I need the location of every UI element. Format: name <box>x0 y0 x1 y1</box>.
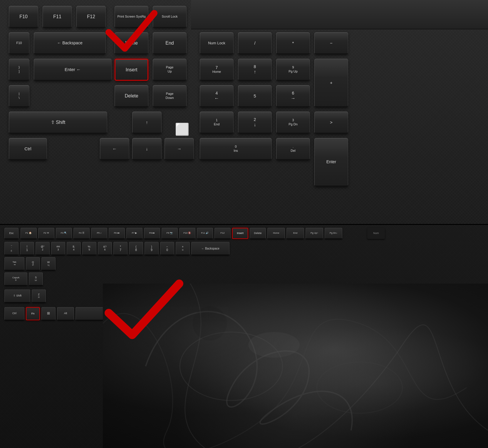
numpad-symbol: ⬜ <box>170 117 194 141</box>
skey-1[interactable]: !1 <box>20 242 34 255</box>
skey-pgdn[interactable]: Pg Dn↓ <box>325 228 342 239</box>
skey-alt[interactable]: Alt <box>57 307 74 320</box>
key-num-7[interactable]: 7Home <box>200 59 234 81</box>
skey-9[interactable]: )9 <box>145 242 159 255</box>
key-f11[interactable]: F11 <box>43 6 72 28</box>
skey-insert[interactable]: Insert <box>232 228 248 239</box>
key-f12[interactable]: F12 <box>76 6 106 28</box>
skey-q[interactable]: QЙ <box>26 257 40 270</box>
skey-f11[interactable]: F11 🔊 <box>197 228 213 239</box>
key-num-6[interactable]: 6→ <box>276 85 310 107</box>
key-enter[interactable]: Enter ← <box>34 59 112 81</box>
key-num-slash[interactable]: / <box>238 32 272 54</box>
skey-4[interactable]: $;4 <box>67 242 81 255</box>
key-pipe[interactable]: |\ <box>9 85 29 107</box>
skey-f6[interactable]: F6 ⏮ <box>109 228 125 239</box>
skey-z[interactable]: ZЯ <box>32 289 46 303</box>
key-num-gt[interactable]: > <box>314 112 348 134</box>
skey-f10[interactable]: F10 🔇 <box>179 228 195 239</box>
skey-f4[interactable]: F4 ☰ <box>73 228 90 239</box>
skey-capslock[interactable]: CapsAФ <box>4 272 27 286</box>
skey-tilde[interactable]: ~`Ё <box>4 242 19 255</box>
key-num-3[interactable]: 3Pg Dn <box>276 112 310 134</box>
skey-altgr[interactable]: Alt Gr <box>189 307 208 320</box>
key-home[interactable]: Home <box>115 32 148 54</box>
key-bracket-close[interactable]: }] <box>9 59 29 81</box>
key-arrow-left[interactable]: ← <box>100 138 129 160</box>
key-num-0[interactable]: 0Ins <box>200 138 272 160</box>
key-print-screen[interactable]: Print Screen SysRq <box>115 6 148 28</box>
skey-f2[interactable]: F2 ✉ <box>38 228 54 239</box>
skey-2[interactable]: @"2 <box>36 242 50 255</box>
skey-ctrl2[interactable]: Ctrl <box>209 307 228 320</box>
key-backspace[interactable]: ← Backspace <box>34 32 106 54</box>
skey-shift-left[interactable]: ⇧ Shift <box>4 289 30 303</box>
key-num-9[interactable]: 9Pg Up <box>276 59 310 81</box>
key-num-asterisk[interactable]: * <box>276 32 310 54</box>
skey-0[interactable]: −0 <box>160 242 174 255</box>
skey-esc[interactable]: Esc <box>4 228 19 239</box>
skey-f1[interactable]: F1 🏠 <box>21 228 37 239</box>
skey-s[interactable]: SЫ <box>29 272 43 286</box>
skey-end2[interactable]: End <box>286 228 304 239</box>
key-num-plus[interactable]: + <box>314 59 348 107</box>
key-num-8[interactable]: 8↑ <box>238 59 272 81</box>
key-f10[interactable]: F10 <box>9 6 38 28</box>
key-page-up[interactable]: PageUp <box>153 59 187 81</box>
skey-fn[interactable]: Fn <box>26 307 40 320</box>
skey-5[interactable]: %:5 <box>82 242 96 255</box>
skey-7[interactable]: *7 <box>113 242 128 255</box>
key-plus-equals[interactable]: F10 <box>9 32 29 54</box>
skey-f7[interactable]: F7 ▶ <box>126 228 142 239</box>
skey-win[interactable]: ⊞ <box>41 307 56 320</box>
skey-plus-eq[interactable]: += <box>176 242 190 255</box>
key-num-enter[interactable]: Enter <box>314 138 348 186</box>
skey-home2[interactable]: Home <box>267 228 285 239</box>
skey-f5[interactable]: F5 ♪ <box>91 228 107 239</box>
skey-backspace[interactable]: ← Backspace <box>191 242 229 255</box>
key-num-1[interactable]: 1End <box>200 112 234 134</box>
svg-point-3 <box>248 332 300 358</box>
skey-space[interactable] <box>76 307 187 320</box>
skey-w[interactable]: WЦ <box>41 257 56 270</box>
skey-tab[interactable]: Tab⇥ <box>4 257 24 270</box>
skey-f3[interactable]: F3 🔍 <box>56 228 72 239</box>
skey-pgup[interactable]: Pg Up↑ <box>306 228 323 239</box>
key-num-4[interactable]: 4← <box>200 85 234 107</box>
skey-6[interactable]: &?6 <box>98 242 112 255</box>
key-arrow-right[interactable]: → <box>165 138 194 160</box>
svg-point-1 <box>317 362 402 413</box>
top-right-section <box>191 0 488 29</box>
key-num-2[interactable]: 2↓ <box>238 112 272 134</box>
skey-f9[interactable]: F9 📷 <box>162 228 178 239</box>
key-num-lock[interactable]: Num Lock <box>200 32 234 54</box>
key-page-down[interactable]: PageDown <box>153 85 187 107</box>
key-num-minus[interactable]: − <box>314 32 348 54</box>
skey-8[interactable]: (8 <box>129 242 143 255</box>
skey-f12[interactable]: F12 <box>214 228 231 239</box>
key-delete[interactable]: Delete <box>115 85 148 107</box>
top-keyboard: F10 F11 F12 Print Screen SysRq Scroll Lo… <box>0 0 488 224</box>
skey-num: Num <box>367 228 385 239</box>
key-end[interactable]: End <box>153 32 187 54</box>
key-ctrl[interactable]: Ctrl <box>9 138 47 160</box>
skey-f8[interactable]: F8 ⏭ <box>144 228 160 239</box>
key-insert[interactable]: Insert <box>115 59 148 81</box>
key-num-dot[interactable]: .Del <box>276 138 310 160</box>
skey-delete[interactable]: Delete <box>250 228 266 239</box>
key-shift[interactable]: ⇧ Shift <box>9 112 107 134</box>
key-scroll-lock[interactable]: Scroll Lock <box>153 6 187 28</box>
key-arrow-up[interactable]: ↑ <box>132 112 162 134</box>
bottom-keyboard: Esc F1 🏠 F2 ✉ F3 🔍 F4 ☰ F5 ♪ F6 ⏮ F7 ▶ F… <box>0 225 488 448</box>
svg-point-0 <box>180 332 283 400</box>
skey-ctrl-bottom[interactable]: Ctrl <box>4 307 24 320</box>
skey-3[interactable]: #Н3 <box>51 242 65 255</box>
key-num-5[interactable]: 5 <box>238 85 272 107</box>
key-arrow-down[interactable]: ↓ <box>132 138 162 160</box>
